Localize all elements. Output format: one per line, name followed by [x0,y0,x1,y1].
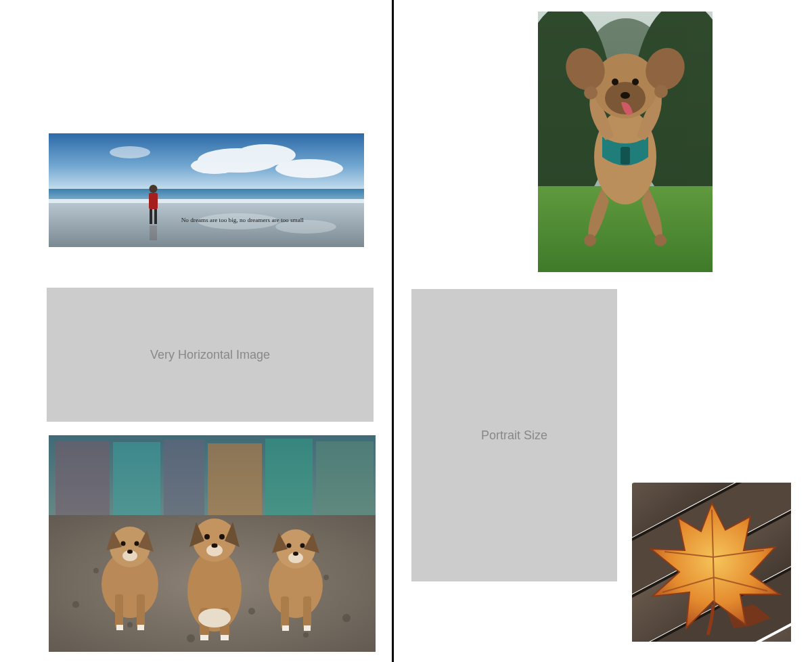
svg-rect-13 [150,209,152,224]
beach-panorama-image: No dreams are too big, no dreamers are t… [49,133,364,247]
svg-point-49 [219,534,225,539]
svg-rect-19 [164,439,204,515]
autumn-leaf-image [632,483,791,642]
svg-rect-7 [49,199,364,203]
svg-point-5 [110,146,150,158]
svg-rect-70 [621,147,630,164]
svg-rect-53 [221,635,229,640]
puppies-image [49,435,376,652]
svg-point-24 [72,601,79,608]
svg-rect-56 [303,596,311,629]
svg-point-80 [584,234,596,246]
svg-point-75 [612,79,618,85]
placeholder-portrait-image: Portrait Size [411,289,617,581]
svg-rect-15 [150,225,157,240]
svg-point-81 [654,234,667,246]
svg-point-78 [584,86,597,100]
svg-point-38 [121,542,126,546]
svg-point-60 [300,544,305,548]
svg-rect-18 [113,442,160,515]
placeholder-portrait-label: Portrait Size [481,428,547,443]
placeholder-horizontal-label: Very Horizontal Image [150,348,270,362]
svg-rect-11 [149,193,158,209]
svg-rect-17 [55,441,110,515]
svg-point-76 [632,79,639,85]
svg-point-39 [135,542,139,546]
svg-point-48 [204,534,210,539]
svg-point-27 [248,608,255,615]
svg-point-3 [191,158,238,174]
svg-rect-22 [316,441,374,515]
svg-point-30 [93,568,99,573]
svg-point-28 [303,632,309,638]
svg-rect-34 [115,594,123,628]
vertical-divider [392,0,394,662]
placeholder-horizontal-image: Very Horizontal Image [47,288,374,422]
svg-point-40 [127,550,133,554]
svg-rect-41 [116,625,123,630]
svg-point-26 [187,634,195,642]
svg-point-12 [150,185,158,193]
svg-point-29 [342,614,351,622]
svg-rect-55 [281,596,289,629]
svg-rect-62 [282,625,289,631]
svg-point-25 [127,622,133,627]
svg-rect-42 [137,625,144,630]
svg-point-32 [323,575,329,580]
svg-rect-35 [137,594,145,628]
svg-rect-52 [200,635,208,640]
svg-rect-63 [304,625,311,631]
svg-rect-20 [208,443,262,515]
jumping-dog-image [538,12,713,272]
svg-point-50 [212,544,218,548]
svg-rect-14 [154,209,157,224]
svg-point-4 [275,159,343,178]
svg-rect-21 [265,439,313,515]
svg-point-59 [287,544,292,548]
beach-image-caption: No dreams are too big, no dreamers are t… [181,217,304,223]
svg-point-79 [654,85,668,98]
svg-point-77 [621,92,630,99]
svg-point-51 [198,609,231,627]
svg-point-61 [293,552,298,556]
